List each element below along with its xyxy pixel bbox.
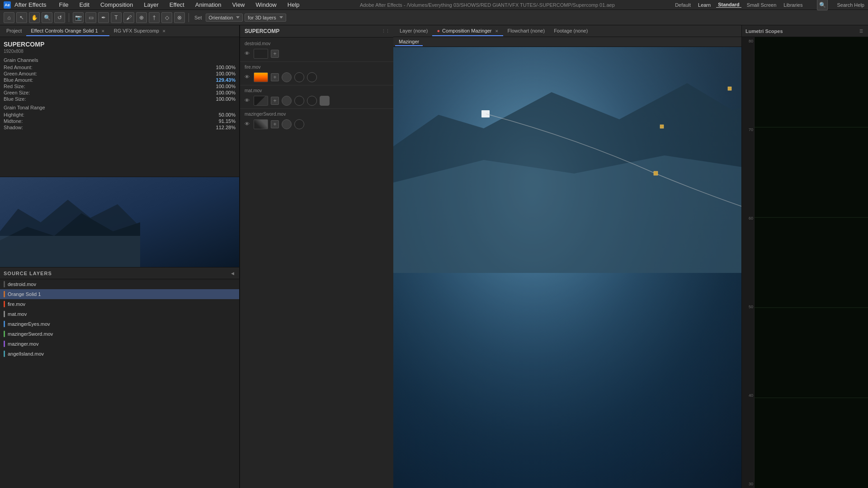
- rect-tool[interactable]: ▭: [85, 12, 96, 23]
- comp-tab-close[interactable]: ✕: [495, 29, 499, 33]
- sc-circle-btn-2[interactable]: [294, 96, 304, 106]
- sc-visibility-btn[interactable]: 👁: [245, 74, 251, 80]
- supercomp-menu[interactable]: ⋮⋮: [382, 28, 389, 34]
- ec-highlight-value[interactable]: 50.00%: [219, 112, 236, 117]
- rg-tab-close[interactable]: ✕: [162, 29, 166, 33]
- composition-viewer[interactable]: ⊞ ⊕ ◐ 📷 200% ↔ 📷 00053 🎬 ⬡ Full: [393, 47, 741, 488]
- workspace-libraries[interactable]: Libraries: [782, 2, 804, 8]
- scale-30: 30: [743, 482, 753, 486]
- ec-blue-amount-label: Blue Amount:: [4, 77, 33, 83]
- lumetri-menu[interactable]: ☰: [858, 28, 864, 34]
- menu-view[interactable]: View: [231, 0, 247, 9]
- sc-circle-btn-2[interactable]: [294, 119, 304, 129]
- menu-window[interactable]: Window: [254, 0, 278, 9]
- sc-circle-btn-3[interactable]: [307, 72, 317, 82]
- list-item[interactable]: destroid.mov: [0, 279, 239, 289]
- list-item[interactable]: mat.mov: [0, 309, 239, 319]
- sc-visibility-btn[interactable]: 👁: [245, 98, 251, 104]
- ec-red-size-value[interactable]: 100.00%: [216, 84, 236, 89]
- sc-thumbnail: [254, 96, 268, 106]
- layer-color: [4, 321, 5, 327]
- sep1: [69, 13, 69, 22]
- svg-rect-8: [755, 37, 868, 488]
- sc-circle-btn-2[interactable]: [294, 72, 304, 82]
- home-btn[interactable]: ⌂: [4, 12, 14, 23]
- tab-project[interactable]: Project: [2, 26, 26, 36]
- select-tool[interactable]: ↖: [16, 12, 27, 23]
- scale-80: 80: [743, 39, 753, 43]
- tab-composition[interactable]: ● Composition Mazinger ✕: [432, 26, 503, 36]
- svg-rect-7: [660, 125, 664, 128]
- list-item[interactable]: mazingerSword.mov: [0, 329, 239, 339]
- 3dmode-label: for 3D layers: [248, 15, 276, 20]
- tab-rg-vfx[interactable]: RG VFX Supercomp ✕: [109, 26, 170, 36]
- menu-file[interactable]: File: [57, 0, 71, 9]
- ec-red-amount-value[interactable]: 100.00%: [216, 65, 236, 70]
- ec-tab-close[interactable]: ✕: [101, 29, 105, 33]
- pen-tool[interactable]: ✒: [98, 12, 109, 23]
- ec-green-amount-value[interactable]: 100.00%: [216, 71, 236, 76]
- sc-add-btn[interactable]: +: [271, 97, 279, 105]
- shape-tool[interactable]: ◇: [161, 12, 172, 23]
- list-item[interactable]: Orange Solid 1: [0, 289, 239, 299]
- svg-rect-6: [728, 87, 731, 90]
- tab-flowchart[interactable]: Flowchart (none): [503, 26, 550, 36]
- ec-shadow-value[interactable]: 112.28%: [216, 125, 236, 130]
- list-item[interactable]: angelIsland.mov: [0, 349, 239, 359]
- layer-name: angelIsland.mov: [8, 351, 236, 357]
- ec-blue-amount-value[interactable]: 129.43%: [216, 77, 236, 83]
- workspace-learn[interactable]: Learn: [696, 2, 712, 8]
- sc-add-btn[interactable]: +: [271, 120, 279, 128]
- sc-visibility-btn[interactable]: 👁: [245, 121, 251, 127]
- hand-tool[interactable]: ✋: [29, 12, 40, 23]
- rotate-tool[interactable]: ↺: [54, 12, 65, 23]
- sc-circle-btn-4[interactable]: [320, 96, 330, 106]
- workspace-default[interactable]: Default: [673, 2, 693, 8]
- menu-edit[interactable]: Edit: [78, 0, 91, 9]
- tab-footage[interactable]: Footage (none): [549, 26, 592, 36]
- text-tool[interactable]: T: [111, 12, 122, 23]
- menu-animation[interactable]: Animation: [193, 0, 223, 9]
- left-panel: Project Effect Controls Orange Solid 1 ✕…: [0, 25, 240, 488]
- menu-help[interactable]: Help: [286, 0, 302, 9]
- sc-visibility-btn[interactable]: 👁: [245, 51, 251, 57]
- menu-effect[interactable]: Effect: [168, 0, 186, 9]
- layer-color: [4, 341, 5, 347]
- tab-mazinger-sub[interactable]: Mazinger: [395, 38, 423, 46]
- list-item[interactable]: mazinger.mov: [0, 339, 239, 349]
- 3dmode-dropdown[interactable]: for 3D layers: [245, 14, 286, 22]
- sc-circle-btn-1[interactable]: [282, 72, 292, 82]
- tab-effect-controls[interactable]: Effect Controls Orange Solid 1 ✕: [26, 26, 109, 36]
- brush-tool[interactable]: 🖌: [123, 12, 134, 23]
- camera-tool[interactable]: 📷: [73, 12, 84, 23]
- layer-name: mazingerEyes.mov: [8, 321, 236, 327]
- sc-add-btn[interactable]: +: [271, 50, 279, 58]
- app-icon: Ae: [4, 1, 11, 9]
- sc-thumbnail: [254, 72, 268, 82]
- menu-after-effects[interactable]: After Effects: [13, 0, 48, 9]
- ec-blue-size-value[interactable]: 100.00%: [216, 96, 236, 102]
- search-btn[interactable]: 🔍: [817, 0, 828, 10]
- workspace-standard[interactable]: Standard: [716, 2, 741, 8]
- clone-tool[interactable]: ⊕: [136, 12, 147, 23]
- sc-circle-btn-3[interactable]: [307, 96, 317, 106]
- supercomp-content: destroid.mov 👁 + fire.mov 👁 +: [240, 38, 393, 488]
- source-layers-collapse[interactable]: ◀: [229, 270, 236, 277]
- workspace-smallscreen[interactable]: Small Screen: [745, 2, 778, 8]
- orientation-dropdown[interactable]: Orientation: [206, 14, 243, 22]
- sc-circle-btn-1[interactable]: [282, 96, 292, 106]
- tab-layer[interactable]: Layer (none): [395, 26, 432, 36]
- ec-midtone-value[interactable]: 91.15%: [219, 118, 236, 124]
- menu-layer[interactable]: Layer: [142, 0, 160, 9]
- comp-canvas: [393, 47, 741, 488]
- ec-green-size-value[interactable]: 100.00%: [216, 90, 236, 95]
- roto-tool[interactable]: ⊗: [174, 12, 185, 23]
- list-item[interactable]: mazingerEyes.mov: [0, 319, 239, 329]
- sc-add-btn[interactable]: +: [271, 73, 279, 81]
- puppet-tool[interactable]: †: [149, 12, 160, 23]
- list-item[interactable]: fire.mov: [0, 299, 239, 309]
- zoom-tool[interactable]: 🔍: [42, 12, 52, 23]
- sc-circle-btn-1[interactable]: [282, 119, 292, 129]
- ec-green-size-label: Green Size:: [4, 90, 30, 95]
- menu-composition[interactable]: Composition: [99, 0, 135, 9]
